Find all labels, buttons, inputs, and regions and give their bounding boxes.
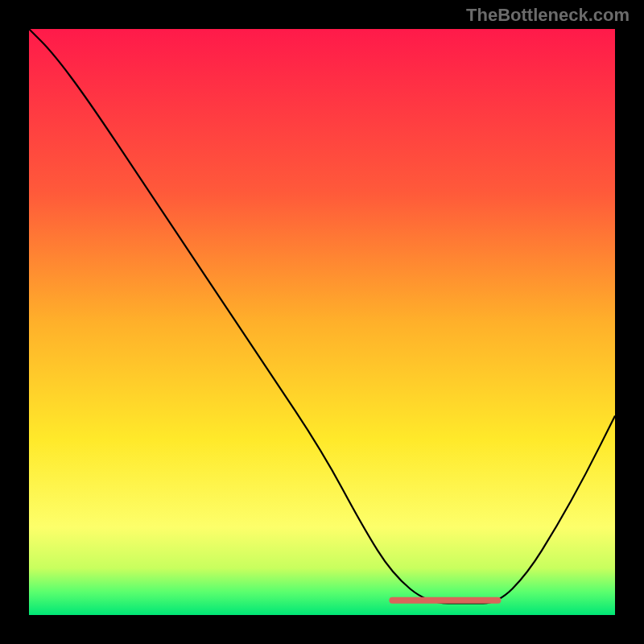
- plot-area: [29, 29, 615, 615]
- bottleneck-chart-svg: [29, 29, 615, 615]
- watermark-text: TheBottleneck.com: [466, 5, 630, 26]
- chart-background-gradient: [29, 29, 615, 615]
- chart-frame: TheBottleneck.com: [0, 0, 644, 644]
